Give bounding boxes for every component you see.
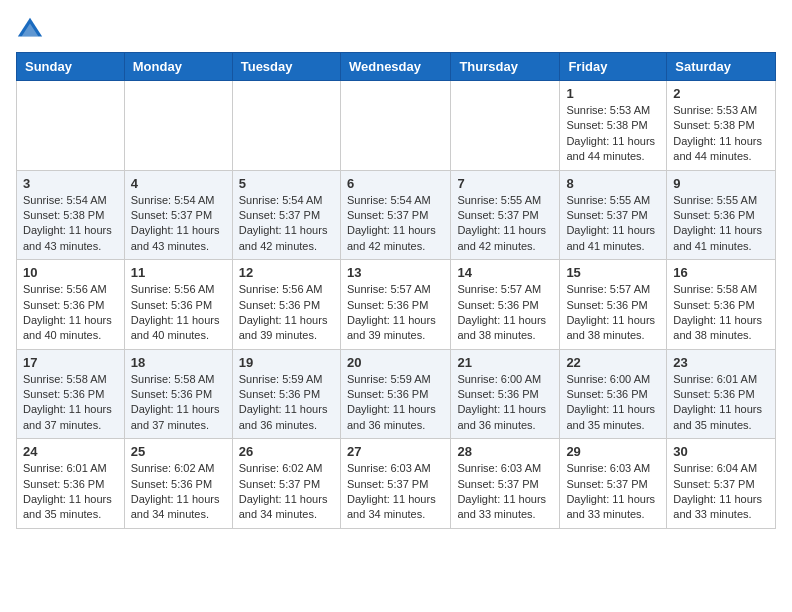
weekday-header-thursday: Thursday: [451, 53, 560, 81]
calendar-cell: 21Sunrise: 6:00 AM Sunset: 5:36 PM Dayli…: [451, 349, 560, 439]
calendar-cell: 4Sunrise: 5:54 AM Sunset: 5:37 PM Daylig…: [124, 170, 232, 260]
day-number: 8: [566, 176, 660, 191]
day-info: Sunrise: 6:01 AM Sunset: 5:36 PM Dayligh…: [23, 461, 118, 523]
day-info: Sunrise: 5:56 AM Sunset: 5:36 PM Dayligh…: [131, 282, 226, 344]
calendar-week-row: 1Sunrise: 5:53 AM Sunset: 5:38 PM Daylig…: [17, 81, 776, 171]
day-number: 22: [566, 355, 660, 370]
calendar-week-row: 10Sunrise: 5:56 AM Sunset: 5:36 PM Dayli…: [17, 260, 776, 350]
day-number: 4: [131, 176, 226, 191]
day-info: Sunrise: 5:57 AM Sunset: 5:36 PM Dayligh…: [566, 282, 660, 344]
day-info: Sunrise: 6:00 AM Sunset: 5:36 PM Dayligh…: [566, 372, 660, 434]
weekday-header-friday: Friday: [560, 53, 667, 81]
day-number: 1: [566, 86, 660, 101]
calendar-cell: 9Sunrise: 5:55 AM Sunset: 5:36 PM Daylig…: [667, 170, 776, 260]
calendar-cell: 28Sunrise: 6:03 AM Sunset: 5:37 PM Dayli…: [451, 439, 560, 529]
weekday-header-monday: Monday: [124, 53, 232, 81]
calendar-cell: 13Sunrise: 5:57 AM Sunset: 5:36 PM Dayli…: [340, 260, 450, 350]
day-info: Sunrise: 6:03 AM Sunset: 5:37 PM Dayligh…: [347, 461, 444, 523]
day-number: 17: [23, 355, 118, 370]
day-number: 2: [673, 86, 769, 101]
day-number: 15: [566, 265, 660, 280]
logo-icon: [16, 16, 44, 44]
calendar-cell: 19Sunrise: 5:59 AM Sunset: 5:36 PM Dayli…: [232, 349, 340, 439]
calendar-week-row: 24Sunrise: 6:01 AM Sunset: 5:36 PM Dayli…: [17, 439, 776, 529]
day-number: 28: [457, 444, 553, 459]
day-info: Sunrise: 5:58 AM Sunset: 5:36 PM Dayligh…: [131, 372, 226, 434]
day-info: Sunrise: 5:54 AM Sunset: 5:37 PM Dayligh…: [239, 193, 334, 255]
day-info: Sunrise: 5:56 AM Sunset: 5:36 PM Dayligh…: [239, 282, 334, 344]
day-info: Sunrise: 5:56 AM Sunset: 5:36 PM Dayligh…: [23, 282, 118, 344]
calendar-cell: 11Sunrise: 5:56 AM Sunset: 5:36 PM Dayli…: [124, 260, 232, 350]
calendar-cell: 18Sunrise: 5:58 AM Sunset: 5:36 PM Dayli…: [124, 349, 232, 439]
day-info: Sunrise: 6:04 AM Sunset: 5:37 PM Dayligh…: [673, 461, 769, 523]
weekday-header-sunday: Sunday: [17, 53, 125, 81]
day-number: 27: [347, 444, 444, 459]
calendar-cell: [124, 81, 232, 171]
day-info: Sunrise: 5:55 AM Sunset: 5:36 PM Dayligh…: [673, 193, 769, 255]
calendar-cell: 25Sunrise: 6:02 AM Sunset: 5:36 PM Dayli…: [124, 439, 232, 529]
day-info: Sunrise: 6:02 AM Sunset: 5:36 PM Dayligh…: [131, 461, 226, 523]
day-info: Sunrise: 5:59 AM Sunset: 5:36 PM Dayligh…: [347, 372, 444, 434]
day-number: 25: [131, 444, 226, 459]
day-number: 9: [673, 176, 769, 191]
day-info: Sunrise: 5:58 AM Sunset: 5:36 PM Dayligh…: [23, 372, 118, 434]
day-info: Sunrise: 5:59 AM Sunset: 5:36 PM Dayligh…: [239, 372, 334, 434]
day-number: 20: [347, 355, 444, 370]
day-info: Sunrise: 5:53 AM Sunset: 5:38 PM Dayligh…: [566, 103, 660, 165]
calendar-cell: 27Sunrise: 6:03 AM Sunset: 5:37 PM Dayli…: [340, 439, 450, 529]
calendar-cell: [451, 81, 560, 171]
day-info: Sunrise: 5:55 AM Sunset: 5:37 PM Dayligh…: [566, 193, 660, 255]
calendar-cell: 8Sunrise: 5:55 AM Sunset: 5:37 PM Daylig…: [560, 170, 667, 260]
calendar-cell: 5Sunrise: 5:54 AM Sunset: 5:37 PM Daylig…: [232, 170, 340, 260]
calendar-cell: 29Sunrise: 6:03 AM Sunset: 5:37 PM Dayli…: [560, 439, 667, 529]
calendar-cell: 30Sunrise: 6:04 AM Sunset: 5:37 PM Dayli…: [667, 439, 776, 529]
day-number: 16: [673, 265, 769, 280]
calendar-cell: 7Sunrise: 5:55 AM Sunset: 5:37 PM Daylig…: [451, 170, 560, 260]
day-number: 29: [566, 444, 660, 459]
day-info: Sunrise: 6:00 AM Sunset: 5:36 PM Dayligh…: [457, 372, 553, 434]
day-info: Sunrise: 6:03 AM Sunset: 5:37 PM Dayligh…: [457, 461, 553, 523]
day-number: 6: [347, 176, 444, 191]
day-number: 11: [131, 265, 226, 280]
day-info: Sunrise: 5:53 AM Sunset: 5:38 PM Dayligh…: [673, 103, 769, 165]
day-number: 10: [23, 265, 118, 280]
calendar-cell: 15Sunrise: 5:57 AM Sunset: 5:36 PM Dayli…: [560, 260, 667, 350]
calendar-cell: 3Sunrise: 5:54 AM Sunset: 5:38 PM Daylig…: [17, 170, 125, 260]
day-info: Sunrise: 5:54 AM Sunset: 5:38 PM Dayligh…: [23, 193, 118, 255]
calendar-cell: [340, 81, 450, 171]
weekday-header-saturday: Saturday: [667, 53, 776, 81]
day-number: 18: [131, 355, 226, 370]
calendar-table: SundayMondayTuesdayWednesdayThursdayFrid…: [16, 52, 776, 529]
weekday-header-tuesday: Tuesday: [232, 53, 340, 81]
day-number: 21: [457, 355, 553, 370]
day-number: 12: [239, 265, 334, 280]
day-info: Sunrise: 5:58 AM Sunset: 5:36 PM Dayligh…: [673, 282, 769, 344]
calendar-cell: [232, 81, 340, 171]
calendar-cell: 14Sunrise: 5:57 AM Sunset: 5:36 PM Dayli…: [451, 260, 560, 350]
day-number: 19: [239, 355, 334, 370]
calendar-cell: 26Sunrise: 6:02 AM Sunset: 5:37 PM Dayli…: [232, 439, 340, 529]
calendar-header-row: SundayMondayTuesdayWednesdayThursdayFrid…: [17, 53, 776, 81]
day-info: Sunrise: 6:02 AM Sunset: 5:37 PM Dayligh…: [239, 461, 334, 523]
day-number: 23: [673, 355, 769, 370]
day-info: Sunrise: 5:55 AM Sunset: 5:37 PM Dayligh…: [457, 193, 553, 255]
calendar-cell: 6Sunrise: 5:54 AM Sunset: 5:37 PM Daylig…: [340, 170, 450, 260]
day-number: 26: [239, 444, 334, 459]
calendar-cell: 2Sunrise: 5:53 AM Sunset: 5:38 PM Daylig…: [667, 81, 776, 171]
day-number: 3: [23, 176, 118, 191]
day-info: Sunrise: 5:57 AM Sunset: 5:36 PM Dayligh…: [457, 282, 553, 344]
calendar-week-row: 17Sunrise: 5:58 AM Sunset: 5:36 PM Dayli…: [17, 349, 776, 439]
calendar-cell: 23Sunrise: 6:01 AM Sunset: 5:36 PM Dayli…: [667, 349, 776, 439]
day-number: 7: [457, 176, 553, 191]
calendar-cell: 20Sunrise: 5:59 AM Sunset: 5:36 PM Dayli…: [340, 349, 450, 439]
day-info: Sunrise: 6:01 AM Sunset: 5:36 PM Dayligh…: [673, 372, 769, 434]
weekday-header-wednesday: Wednesday: [340, 53, 450, 81]
day-number: 24: [23, 444, 118, 459]
calendar-cell: 12Sunrise: 5:56 AM Sunset: 5:36 PM Dayli…: [232, 260, 340, 350]
calendar-cell: 24Sunrise: 6:01 AM Sunset: 5:36 PM Dayli…: [17, 439, 125, 529]
calendar-cell: 22Sunrise: 6:00 AM Sunset: 5:36 PM Dayli…: [560, 349, 667, 439]
day-info: Sunrise: 6:03 AM Sunset: 5:37 PM Dayligh…: [566, 461, 660, 523]
calendar-cell: 1Sunrise: 5:53 AM Sunset: 5:38 PM Daylig…: [560, 81, 667, 171]
day-number: 14: [457, 265, 553, 280]
day-number: 5: [239, 176, 334, 191]
